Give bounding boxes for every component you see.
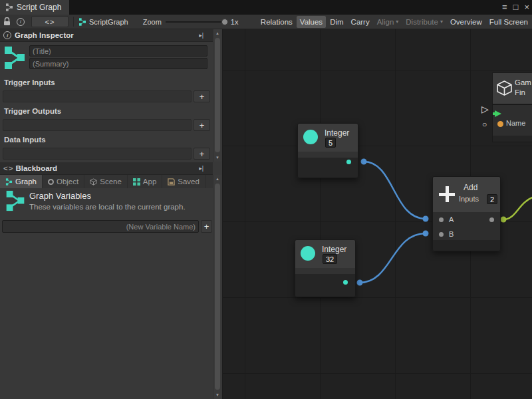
wire-integer32-to-b[interactable]: [360, 233, 426, 283]
values-button[interactable]: Values: [297, 16, 326, 28]
wire-endpoint[interactable]: [501, 217, 507, 223]
new-variable-input[interactable]: [2, 220, 199, 233]
add-trigger-input-button[interactable]: +: [194, 90, 210, 102]
add-variable-button[interactable]: +: [201, 220, 212, 233]
graph-inspector-header[interactable]: i Graph Inspector ▸|: [0, 29, 213, 42]
graph-icon: [5, 3, 13, 11]
find-node-header[interactable]: Gam Fin: [492, 72, 532, 104]
wire-add-output[interactable]: [503, 197, 532, 219]
zoom-slider-handle[interactable]: [221, 19, 228, 25]
wire-endpoint[interactable]: [357, 280, 363, 286]
maximize-icon[interactable]: □: [513, 0, 519, 15]
scroll-down-icon[interactable]: ▼: [213, 154, 221, 162]
scroll-up-icon[interactable]: ▲: [213, 175, 221, 183]
full-screen-button[interactable]: Full Screen: [486, 16, 531, 28]
node-body: [433, 212, 500, 241]
node-footer: [493, 136, 532, 142]
menu-icon[interactable]: ≡: [502, 0, 507, 15]
integer-value-field[interactable]: 32: [323, 254, 337, 264]
trigger-inputs-list[interactable]: [3, 90, 192, 102]
inputs-count-field[interactable]: 2: [487, 194, 497, 204]
unconnected-data-port-icon[interactable]: ○: [482, 120, 487, 129]
wire-endpoint[interactable]: [423, 216, 429, 222]
tab-app-label: App: [143, 178, 156, 186]
unconnected-control-port-icon[interactable]: ▷: [481, 104, 489, 114]
scrollbar-thumb[interactable]: [215, 184, 220, 390]
integer-node-5[interactable]: Integer 5: [297, 123, 358, 178]
info-icon[interactable]: i: [17, 18, 25, 26]
code-view-button[interactable]: <>: [31, 16, 68, 27]
distribute-label: Distribute: [406, 18, 438, 26]
name-port[interactable]: [497, 121, 503, 127]
scroll-down-icon[interactable]: ▼: [213, 391, 221, 399]
lock-icon[interactable]: [3, 17, 11, 26]
input-port-b[interactable]: [439, 232, 444, 237]
output-port[interactable]: [346, 160, 351, 164]
tab-object-label: Object: [57, 178, 78, 186]
tab-scene[interactable]: Scene: [84, 175, 128, 188]
tab-script-graph[interactable]: Script Graph: [0, 0, 69, 15]
integer-icon: [301, 246, 315, 261]
cube-icon: [90, 178, 97, 186]
zoom-slider[interactable]: [166, 17, 228, 27]
add-icon: [439, 186, 455, 202]
graph-icon: [5, 178, 13, 186]
zoom-label: Zoom: [143, 18, 162, 26]
input-port-a[interactable]: [439, 217, 444, 222]
integer-value-field[interactable]: 5: [325, 138, 336, 148]
object-icon: [48, 179, 54, 185]
graph-icon: [4, 46, 25, 70]
relations-button[interactable]: Relations: [257, 16, 296, 28]
tab-saved[interactable]: Saved: [162, 175, 205, 188]
add-data-input-button[interactable]: +: [194, 148, 210, 160]
align-button[interactable]: Align ▾: [374, 16, 402, 28]
dock-icon[interactable]: ▸|: [199, 165, 203, 172]
add-trigger-output-button[interactable]: +: [194, 119, 210, 131]
control-flow-arrow-icon[interactable]: [495, 110, 501, 117]
grid-icon: [133, 178, 140, 186]
overview-button[interactable]: Overview: [447, 16, 485, 28]
blackboard-header[interactable]: <> Blackboard ▸|: [0, 162, 213, 175]
distribute-button[interactable]: Distribute ▾: [402, 16, 446, 28]
scroll-up-icon[interactable]: ▲: [213, 29, 221, 37]
wire-integer5-to-a[interactable]: [364, 162, 426, 219]
inspector-scrollbar[interactable]: ▲ ▼: [213, 29, 221, 162]
close-icon[interactable]: ×: [524, 0, 529, 15]
cube-icon: [496, 80, 513, 96]
dim-button[interactable]: Dim: [327, 16, 346, 28]
port-b-label: B: [449, 230, 454, 238]
graph-canvas[interactable]: Integer 5 Integer 32 Add Inputs 2 A B Ga…: [223, 29, 532, 399]
summary-field[interactable]: [29, 58, 207, 69]
wire-endpoint[interactable]: [361, 159, 367, 165]
wire-endpoint[interactable]: [423, 231, 429, 237]
graph-reference[interactable]: ScriptGraph: [78, 18, 128, 26]
integer-node-32[interactable]: Integer 32: [295, 239, 356, 297]
toolbar-buttons: Relations Values Dim Carry Align ▾ Distr…: [257, 15, 532, 29]
blackboard-scrollbar[interactable]: ▲ ▼: [213, 175, 221, 399]
dock-icon[interactable]: ▸|: [199, 32, 203, 39]
trigger-outputs-list[interactable]: [3, 119, 192, 131]
tab-graph[interactable]: Graph: [0, 175, 43, 188]
tab-object[interactable]: Object: [43, 175, 84, 188]
tab-graph-label: Graph: [15, 178, 37, 186]
title-field[interactable]: [29, 45, 207, 57]
output-port[interactable]: [343, 280, 348, 285]
tab-scene-label: Scene: [100, 178, 122, 186]
find-node-body[interactable]: Name: [492, 104, 532, 142]
sidebar: i Graph Inspector ▸| Trigger Inputs + Tr…: [0, 29, 223, 399]
tab-app[interactable]: App: [128, 175, 162, 188]
port-a-label: A: [449, 215, 454, 223]
data-inputs-list[interactable]: [3, 148, 192, 160]
output-port[interactable]: [489, 217, 494, 222]
add-node[interactable]: Add Inputs 2 A B: [432, 176, 501, 251]
carry-button[interactable]: Carry: [348, 16, 373, 28]
zoom-slider-track: [166, 21, 221, 23]
integer-icon: [303, 130, 318, 144]
tab-title: Script Graph: [17, 3, 61, 12]
node-title-line2: Fin: [515, 88, 525, 96]
node-title: Integer: [322, 245, 346, 254]
title-bar: Script Graph ≡ □ ×: [0, 0, 532, 15]
graph-variables-description: These variables are local to the current…: [29, 203, 186, 211]
scrollbar-thumb[interactable]: [215, 38, 220, 152]
blackboard-tabs: Graph Object Scene App Saved: [0, 175, 213, 188]
